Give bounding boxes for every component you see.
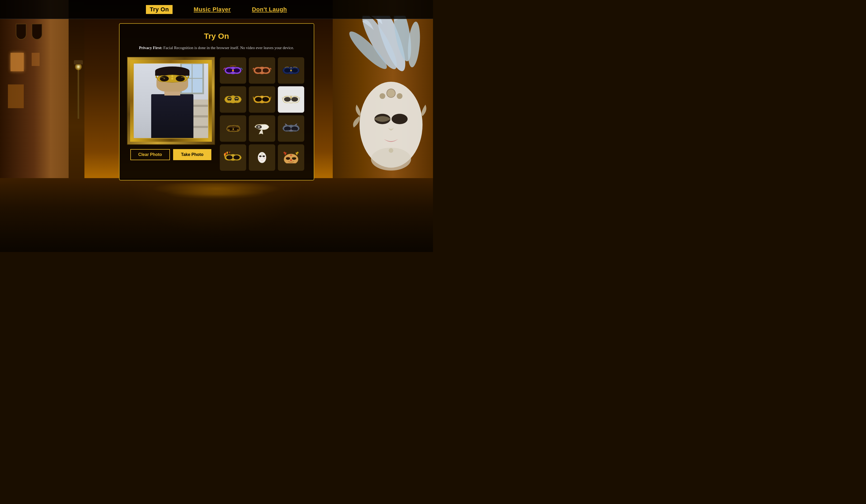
svg-point-24 bbox=[291, 68, 298, 72]
mask-item-5[interactable] bbox=[249, 86, 275, 113]
svg-point-57 bbox=[233, 155, 240, 159]
svg-point-10 bbox=[391, 114, 408, 124]
take-photo-button[interactable]: Take Photo bbox=[173, 149, 211, 160]
svg-point-12 bbox=[371, 147, 411, 170]
svg-point-25 bbox=[290, 69, 291, 71]
svg-point-19 bbox=[232, 69, 234, 71]
svg-point-7 bbox=[379, 93, 385, 99]
svg-point-20 bbox=[255, 68, 262, 72]
svg-rect-35 bbox=[237, 100, 237, 101]
mask-item-1[interactable] bbox=[220, 57, 246, 83]
svg-point-62 bbox=[258, 158, 260, 159]
svg-point-58 bbox=[232, 156, 234, 157]
svg-point-56 bbox=[226, 155, 232, 159]
mask-item-8[interactable] bbox=[249, 115, 275, 142]
svg-point-6 bbox=[387, 89, 396, 98]
clear-photo-button[interactable]: Clear Photo bbox=[130, 149, 170, 160]
svg-point-38 bbox=[261, 96, 263, 98]
navbar: Try On Music Player Don't Laugh bbox=[0, 0, 433, 19]
svg-point-39 bbox=[284, 97, 291, 102]
nav-dont-laugh[interactable]: Don't Laugh bbox=[252, 6, 287, 13]
mask-item-10[interactable] bbox=[220, 144, 246, 171]
svg-point-31 bbox=[236, 98, 238, 99]
privacy-detail: Facial Recognition is done in the browse… bbox=[163, 46, 294, 50]
privacy-notice: Privacy First: Facial Recognition is don… bbox=[127, 45, 306, 51]
masks-grid bbox=[220, 57, 306, 171]
svg-point-70 bbox=[290, 159, 292, 161]
nav-try-on[interactable]: Try On bbox=[146, 5, 173, 14]
svg-point-66 bbox=[297, 152, 298, 154]
svg-point-23 bbox=[284, 68, 290, 72]
photo-frame bbox=[127, 57, 214, 144]
svg-point-22 bbox=[261, 70, 263, 71]
mask-item-2[interactable] bbox=[249, 57, 275, 83]
mask-item-7[interactable] bbox=[220, 115, 246, 142]
svg-point-14 bbox=[176, 76, 185, 81]
svg-point-37 bbox=[262, 97, 269, 102]
mask-item-12[interactable] bbox=[278, 144, 304, 171]
svg-point-36 bbox=[255, 97, 262, 102]
svg-point-61 bbox=[262, 155, 265, 157]
svg-point-46 bbox=[237, 129, 238, 131]
mask-item-3[interactable] bbox=[278, 57, 304, 83]
svg-point-60 bbox=[259, 155, 262, 157]
svg-point-29 bbox=[229, 98, 231, 99]
svg-point-44 bbox=[232, 128, 234, 130]
svg-point-8 bbox=[397, 93, 403, 99]
svg-point-49 bbox=[258, 126, 259, 127]
mask-item-6[interactable] bbox=[278, 86, 304, 113]
nav-music-player[interactable]: Music Player bbox=[194, 6, 231, 13]
canal-water bbox=[0, 178, 433, 252]
page-title: Try On bbox=[127, 32, 306, 41]
svg-point-40 bbox=[291, 97, 298, 102]
camera-section: Clear Photo Take Photo bbox=[127, 57, 214, 160]
svg-point-69 bbox=[292, 157, 296, 160]
svg-point-18 bbox=[233, 68, 240, 72]
svg-point-45 bbox=[228, 129, 229, 131]
camera-buttons: Clear Photo Take Photo bbox=[127, 149, 214, 160]
svg-point-16 bbox=[163, 78, 165, 79]
privacy-bold: Privacy First: bbox=[139, 46, 163, 50]
svg-point-28 bbox=[228, 98, 229, 99]
svg-point-15 bbox=[171, 78, 173, 80]
svg-point-17 bbox=[226, 68, 233, 72]
svg-rect-33 bbox=[229, 100, 230, 101]
svg-rect-34 bbox=[236, 100, 236, 101]
mask-item-11[interactable] bbox=[249, 144, 275, 171]
svg-point-21 bbox=[262, 68, 269, 72]
mask-item-4[interactable] bbox=[220, 86, 246, 113]
mask-item-9[interactable] bbox=[278, 115, 304, 142]
svg-point-63 bbox=[264, 158, 265, 159]
svg-point-30 bbox=[235, 98, 236, 99]
svg-rect-32 bbox=[229, 100, 229, 101]
main-card: Try On Privacy First: Facial Recognition… bbox=[119, 23, 314, 180]
svg-point-65 bbox=[284, 152, 285, 154]
svg-point-68 bbox=[286, 157, 290, 160]
content-area: Clear Photo Take Photo bbox=[127, 57, 306, 171]
